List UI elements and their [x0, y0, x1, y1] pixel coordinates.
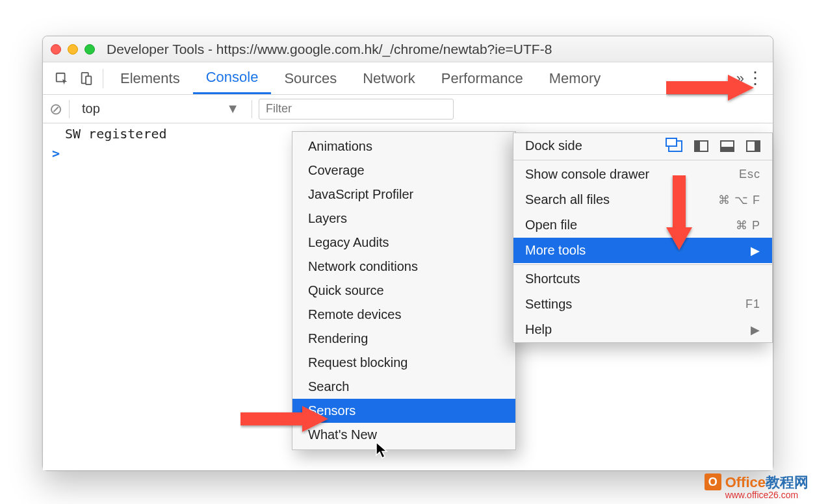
context-value: top	[82, 101, 100, 116]
menu-separator	[513, 264, 772, 265]
menu-shortcut: ⌘ P	[736, 218, 760, 233]
watermark-url: www.office26.com	[725, 490, 799, 500]
submenu-item-quick-source[interactable]: Quick source	[292, 279, 515, 303]
tabbar: Elements Console Sources Network Perform…	[43, 62, 773, 95]
menu-label: Help	[525, 322, 552, 337]
menu-item-open-file[interactable]: Open file ⌘ P	[513, 212, 772, 238]
traffic-lights	[51, 44, 95, 55]
tab-elements[interactable]: Elements	[107, 63, 193, 94]
menu-item-search-all-files[interactable]: Search all files ⌘ ⌥ F	[513, 187, 772, 212]
context-selector[interactable]: top ▼	[76, 99, 245, 119]
toolbar-divider	[69, 100, 70, 118]
close-window-button[interactable]	[51, 44, 61, 55]
window-title: Developer Tools - https://www.google.com…	[107, 42, 552, 57]
menu-item-more-tools[interactable]: More tools ▶	[513, 238, 772, 263]
submenu-arrow-icon: ▶	[751, 244, 760, 258]
tab-performance[interactable]: Performance	[428, 63, 536, 94]
menu-item-settings[interactable]: Settings F1	[513, 292, 772, 317]
dock-right-icon[interactable]	[746, 140, 760, 152]
tab-sources[interactable]: Sources	[271, 63, 350, 94]
dock-side-label: Dock side	[525, 138, 582, 153]
menu-shortcut: Esc	[739, 168, 760, 181]
watermark-text: 教程网	[766, 474, 809, 490]
titlebar: Developer Tools - https://www.google.com…	[43, 36, 773, 62]
submenu-item-request-blocking[interactable]: Request blocking	[292, 351, 515, 375]
menu-label: Settings	[525, 297, 572, 312]
menu-item-help[interactable]: Help ▶	[513, 317, 772, 342]
submenu-item-rendering[interactable]: Rendering	[292, 327, 515, 351]
menu-label: Show console drawer	[525, 167, 649, 182]
dock-side-row: Dock side	[513, 133, 772, 158]
submenu-item-javascript-profiler[interactable]: JavaScript Profiler	[292, 183, 515, 207]
zoom-window-button[interactable]	[84, 44, 95, 55]
kebab-menu-icon[interactable]: ⋮	[744, 68, 766, 88]
dock-left-icon[interactable]	[694, 140, 708, 152]
submenu-item-animations[interactable]: Animations	[292, 134, 515, 158]
menu-label: Search all files	[525, 192, 610, 207]
watermark: O Office教程网 www.office26.com	[705, 473, 809, 500]
inspect-element-icon[interactable]	[49, 66, 74, 92]
submenu-item-whats-new[interactable]: What's New	[292, 423, 515, 447]
dock-popout-icon[interactable]	[668, 140, 682, 152]
more-tools-submenu: Animations Coverage JavaScript Profiler …	[292, 131, 516, 450]
menu-shortcut: F1	[745, 297, 760, 311]
clear-console-icon[interactable]: ⊘	[49, 100, 62, 118]
console-toolbar: ⊘ top ▼	[43, 95, 773, 123]
menu-item-shortcuts[interactable]: Shortcuts	[513, 266, 772, 292]
watermark-logo-icon: O	[705, 473, 721, 490]
submenu-item-search[interactable]: Search	[292, 375, 515, 399]
svg-rect-2	[86, 76, 91, 84]
dock-bottom-icon[interactable]	[720, 140, 734, 152]
submenu-item-sensors[interactable]: Sensors	[292, 399, 515, 423]
menu-label: Open file	[525, 218, 577, 233]
watermark-text: Office	[725, 474, 766, 490]
menu-label: More tools	[525, 243, 586, 258]
menu-item-show-console-drawer[interactable]: Show console drawer Esc	[513, 162, 772, 187]
menu-label: Shortcuts	[525, 271, 580, 286]
chevron-down-icon: ▼	[226, 101, 239, 116]
submenu-item-legacy-audits[interactable]: Legacy Audits	[292, 231, 515, 255]
main-menu: Dock side Show console drawer Esc Search…	[513, 132, 773, 343]
menu-shortcut: ⌘ ⌥ F	[718, 193, 760, 207]
minimize-window-button[interactable]	[68, 44, 78, 55]
device-toolbar-icon[interactable]	[74, 66, 99, 92]
submenu-item-coverage[interactable]: Coverage	[292, 158, 515, 183]
tab-console[interactable]: Console	[193, 63, 272, 94]
tabbar-divider	[103, 69, 103, 88]
overflow-tabs-icon[interactable]: »	[736, 70, 744, 87]
tab-memory[interactable]: Memory	[536, 63, 614, 94]
menu-separator	[513, 160, 772, 160]
submenu-arrow-icon: ▶	[751, 323, 760, 337]
filter-input[interactable]	[259, 99, 454, 120]
submenu-item-network-conditions[interactable]: Network conditions	[292, 255, 515, 279]
tab-network[interactable]: Network	[350, 63, 428, 94]
submenu-item-layers[interactable]: Layers	[292, 207, 515, 231]
toolbar-divider	[252, 100, 252, 118]
devtools-window: Developer Tools - https://www.google.com…	[42, 36, 773, 471]
submenu-item-remote-devices[interactable]: Remote devices	[292, 303, 515, 327]
